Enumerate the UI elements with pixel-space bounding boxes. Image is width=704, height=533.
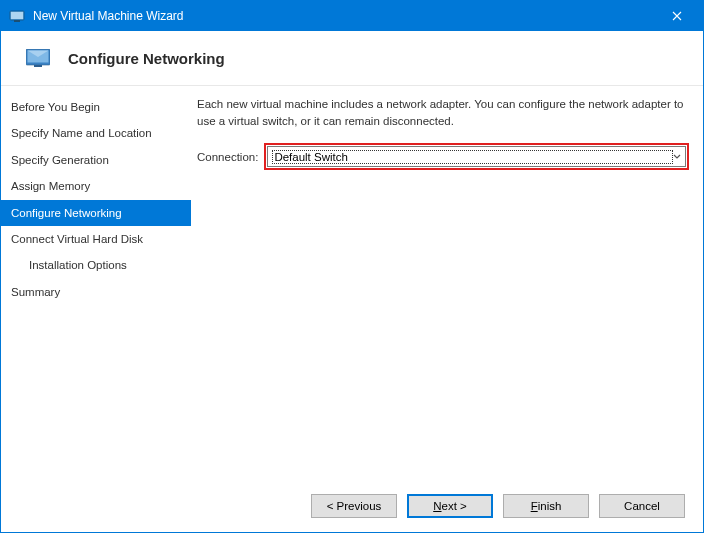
app-icon xyxy=(9,8,25,24)
footer-buttons: < Previous Next > Finish Cancel xyxy=(1,482,703,532)
close-button[interactable] xyxy=(654,1,699,31)
previous-button[interactable]: < Previous xyxy=(311,494,397,518)
chevron-down-icon xyxy=(673,151,681,162)
svg-rect-1 xyxy=(11,12,23,19)
connection-highlight: Default Switch xyxy=(264,143,689,170)
description-text: Each new virtual machine includes a netw… xyxy=(197,96,689,129)
wizard-steps-sidebar: Before You Begin Specify Name and Locati… xyxy=(1,86,191,482)
finish-button[interactable]: Finish xyxy=(503,494,589,518)
connection-label: Connection: xyxy=(197,151,258,163)
page-title: Configure Networking xyxy=(68,50,225,67)
finish-label-rest: inish xyxy=(538,500,562,512)
main-panel: Each new virtual machine includes a netw… xyxy=(191,86,703,482)
svg-rect-2 xyxy=(14,20,20,22)
titlebar: New Virtual Machine Wizard xyxy=(1,1,703,31)
connection-dropdown[interactable]: Default Switch xyxy=(267,146,686,167)
finish-mnemonic: F xyxy=(531,500,538,512)
content-area: Configure Networking Before You Begin Sp… xyxy=(1,31,703,532)
sidebar-item-connect-virtual-hard-disk[interactable]: Connect Virtual Hard Disk xyxy=(1,226,191,252)
connection-field: Connection: Default Switch xyxy=(197,143,689,170)
sidebar-item-assign-memory[interactable]: Assign Memory xyxy=(1,173,191,199)
sidebar-item-configure-networking[interactable]: Configure Networking xyxy=(1,200,191,226)
page-header: Configure Networking xyxy=(1,31,703,85)
wizard-window: New Virtual Machine Wizard Configure Net… xyxy=(0,0,704,533)
page-header-icon xyxy=(26,49,50,67)
next-mnemonic: N xyxy=(433,500,441,512)
next-button[interactable]: Next > xyxy=(407,494,493,518)
body: Before You Begin Specify Name and Locati… xyxy=(1,85,703,482)
close-icon xyxy=(672,11,682,21)
sidebar-item-specify-name-location[interactable]: Specify Name and Location xyxy=(1,120,191,146)
cancel-button[interactable]: Cancel xyxy=(599,494,685,518)
next-label-rest: ext > xyxy=(442,500,467,512)
svg-rect-5 xyxy=(34,65,42,67)
sidebar-item-before-you-begin[interactable]: Before You Begin xyxy=(1,94,191,120)
sidebar-item-installation-options[interactable]: Installation Options xyxy=(1,252,191,278)
connection-selected-value: Default Switch xyxy=(272,150,673,164)
sidebar-item-specify-generation[interactable]: Specify Generation xyxy=(1,147,191,173)
sidebar-item-summary[interactable]: Summary xyxy=(1,279,191,305)
window-title: New Virtual Machine Wizard xyxy=(33,9,654,23)
